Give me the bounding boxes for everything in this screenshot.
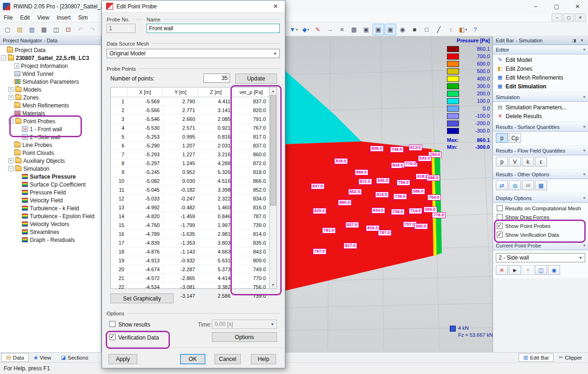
delete-results-item[interactable]: ✕Delete Results — [493, 112, 588, 120]
probe-point-row[interactable]: 7-5.2931.2273.216860.0 — [111, 150, 277, 159]
expand-toggle-icon[interactable]: + — [8, 95, 14, 100]
tree-item-turbulence-k-field[interactable]: Turbulence - k Field — [0, 204, 101, 212]
wireframe-mode-icon[interactable]: □ — [421, 24, 433, 35]
probe-point-row[interactable]: 20-4.674-2.2875.373749.0 — [111, 265, 277, 274]
dialog-title-bar[interactable]: Edit Point Probe ✕ — [102, 0, 285, 13]
surface-cp-button[interactable]: Cp — [509, 133, 521, 143]
view-cube-icon[interactable]: ◆▾ — [300, 24, 311, 35]
tree-item-230807-sattel-22-5-rf6-lc3[interactable]: −230807_Sattel_22,5.rf6_LC3 — [0, 54, 101, 62]
minimize-icon[interactable]: – — [525, 0, 546, 13]
copy-view-icon[interactable]: ▣ — [372, 24, 384, 35]
probe-point-row[interactable]: 2-5.5662.7713.141820.0 — [111, 106, 277, 115]
section-editor-header[interactable]: Editor▾ — [493, 45, 588, 54]
scroll-down-icon[interactable]: ▼ — [270, 281, 277, 288]
tab-data[interactable]: ▤Data — [1, 353, 29, 362]
flow-v-button[interactable]: V — [509, 157, 521, 167]
export-icon[interactable]: ⊡ — [62, 24, 74, 35]
current-probe-select[interactable]: 2 - Side wall ▼ — [496, 253, 585, 262]
ok-button[interactable]: OK — [180, 354, 205, 364]
tree-item-point-clouds[interactable]: Point Clouds — [0, 149, 101, 157]
collapse-toggle-icon[interactable]: − — [8, 119, 14, 124]
delete-probe-button[interactable]: ✕ — [496, 265, 508, 275]
section-other-options-header[interactable]: Results - Other Options▾ — [493, 170, 588, 179]
simulation-parameters-item[interactable]: ▤Simulation Parameters... — [493, 103, 588, 112]
expand-toggle-icon[interactable]: + — [8, 158, 14, 163]
tab-view[interactable]: ◈View — [29, 353, 56, 362]
tree-item-turbulence-epsilon-field[interactable]: Turbulence - Epsilon Field — [0, 212, 101, 220]
tree-item-models[interactable]: +Models — [0, 86, 101, 94]
new-file-icon[interactable]: ▢ — [2, 24, 14, 35]
options-button[interactable]: Options — [212, 332, 277, 342]
scroll-up-icon[interactable]: ▲ — [270, 87, 277, 94]
help-icon[interactable]: ? — [469, 24, 481, 35]
menu-insert[interactable]: Insert — [53, 13, 74, 22]
apply-button[interactable]: Apply — [108, 354, 137, 364]
edit-simulation-item[interactable]: ▦Edit Simulation — [493, 82, 588, 91]
section-display-options-header[interactable]: Display Options▾ — [493, 194, 588, 203]
probe-point-row[interactable]: 9-5.2450.9525.326818.0 — [111, 168, 277, 177]
probe-point-row[interactable]: 17-4.839-1.3533.803835.0 — [111, 239, 277, 247]
snapshot-icon[interactable]: ◉ — [397, 24, 408, 35]
probe-no-field[interactable] — [107, 24, 135, 33]
tree-item-velocity-vectors[interactable]: Velocity Vectors — [0, 220, 101, 228]
probe-name-field[interactable] — [147, 24, 280, 33]
tree-item-zones[interactable]: +Zones — [0, 94, 101, 101]
probe-point-row[interactable]: 11-5.045-0.1823.398852.0 — [111, 186, 277, 194]
close-icon[interactable]: ✕ — [567, 0, 588, 13]
flow-k-button[interactable]: k — [522, 157, 534, 167]
show-verification-data-checkbox[interactable]: Show Verification Data — [493, 230, 588, 239]
tree-item-graph-residuals[interactable]: Graph - Residuals — [0, 236, 101, 244]
menu-view[interactable]: View — [34, 13, 53, 22]
open-file-icon[interactable]: ▤ — [14, 24, 26, 35]
number-of-points-field[interactable] — [203, 73, 230, 83]
probe-point-row[interactable]: 10-5.0820.0304.516866.0 — [111, 177, 277, 186]
tree-item-surface-pressure[interactable]: Surface Pressure — [0, 173, 101, 180]
mdi-restore-icon[interactable]: ▢ — [563, 13, 574, 21]
probe-point-row[interactable]: 21-4.572-2.8654.414770.0 — [111, 274, 277, 283]
edit-zones-item[interactable]: ◧Edit Zones — [493, 64, 588, 73]
tree-item-mesh-refinements[interactable]: Mesh Refinements — [0, 101, 101, 109]
pick-probe-button[interactable]: ► — [509, 265, 521, 275]
print-icon[interactable]: ▦ — [38, 24, 50, 35]
expand-toggle-icon[interactable]: + — [8, 87, 14, 92]
tree-item-wind-tunnel[interactable]: Wind Tunnel — [0, 70, 101, 78]
show-point-probes-checkbox[interactable]: Show Point Probes — [493, 221, 588, 230]
report-mail-button[interactable]: ✉ — [522, 180, 534, 190]
tree-item-simulation[interactable]: −Simulation — [0, 165, 101, 173]
set-graphically-button[interactable]: Set Graphically — [110, 294, 174, 303]
flow-arrow-icon[interactable]: → — [324, 24, 336, 35]
help-button[interactable]: Help — [251, 354, 276, 364]
dialog-close-icon[interactable]: ✕ — [267, 1, 284, 12]
normals-icon[interactable]: ↑ — [445, 24, 457, 35]
probe-point-row[interactable]: 22-4.534-3.0813.382756.0 — [111, 283, 277, 292]
dock-icon[interactable]: ◨ — [571, 38, 577, 43]
section-surface-quantities-header[interactable]: Results - Surface Quantities▾ — [493, 122, 588, 132]
edit-model-item[interactable]: ✎Edit Model — [493, 55, 588, 64]
color-scale-icon[interactable]: ✎ — [312, 24, 324, 35]
probe-point-row[interactable]: 8-5.2971.2454.288872.0 — [111, 159, 277, 168]
mdi-close-icon[interactable]: ✕ — [575, 13, 586, 21]
tree-item-1-front-wall[interactable]: 121 - Front wall — [0, 125, 101, 133]
result-matrix-button[interactable]: ▦ — [535, 180, 547, 190]
probe-point-row[interactable]: 4-5.5302.5710.921767.0 — [111, 124, 277, 133]
data-source-mesh-select[interactable]: Original Model▼ — [107, 49, 280, 58]
undo-icon[interactable]: ↶ — [74, 24, 86, 35]
save-probe-button[interactable]: ▼ — [522, 265, 534, 275]
section-flow-quantities-header[interactable]: Results - Flow Field Quantities▾ — [493, 146, 588, 155]
probe-point-row[interactable]: 3-5.5462.6602.085791.0 — [111, 115, 277, 124]
tree-item-materials[interactable]: Materials — [0, 109, 101, 117]
table-scrollbar[interactable]: ▲ ▼ — [269, 87, 277, 288]
probe-point-row[interactable]: 12-5.033-0.2472.322834.0 — [111, 194, 277, 203]
tree-item-project-data[interactable]: Project Data — [0, 46, 101, 54]
tree-item-surface-cp-coefficient[interactable]: Surface Cp Coefficient — [0, 180, 101, 188]
maximize-icon[interactable]: ▢ — [546, 0, 567, 13]
redo-icon[interactable]: ↷ — [87, 24, 98, 35]
tab-clipper[interactable]: ✂Clipper — [554, 353, 587, 362]
layers-icon[interactable]: ≡ — [336, 24, 348, 35]
tree-item-project-information[interactable]: iProject Information — [0, 62, 101, 70]
close-panel-icon[interactable]: ✕ — [579, 38, 585, 43]
verification-data-checkbox[interactable] — [109, 334, 115, 340]
section-line-icon[interactable]: ╱ — [433, 24, 445, 35]
edit-mesh-refinements-item[interactable]: ▦Edit Mesh Refinements — [493, 73, 588, 82]
solid-mode-icon[interactable]: ■ — [409, 24, 420, 35]
